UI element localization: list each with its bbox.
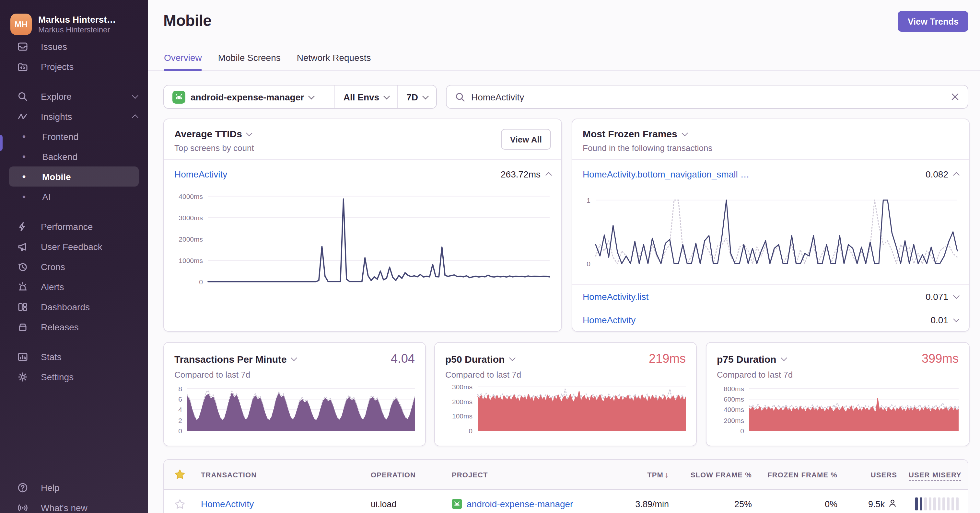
bullet-icon: • bbox=[18, 151, 30, 162]
column-header-operation[interactable]: OPERATION bbox=[365, 470, 446, 478]
settings-icon bbox=[17, 371, 29, 383]
frozen-frames-chart: 10 bbox=[572, 195, 969, 264]
clear-search-icon[interactable] bbox=[951, 93, 959, 101]
filter-bar: android-expense-manager All Envs 7D Home… bbox=[163, 85, 968, 109]
sidebar-item-stats[interactable]: Stats bbox=[0, 346, 148, 367]
user-name: Markus Hinterst… bbox=[38, 14, 116, 24]
column-header-slow-frame-[interactable]: SLOW FRAME % bbox=[675, 470, 758, 478]
sidebar-item-label: Settings bbox=[41, 372, 137, 382]
y-tick-label: 1000ms bbox=[178, 256, 203, 264]
card-subtitle: Found in the following transactions bbox=[583, 143, 959, 153]
chevron-down-icon[interactable] bbox=[509, 355, 515, 361]
date-range-filter[interactable]: 7D bbox=[398, 86, 436, 108]
chevron-down-icon bbox=[383, 93, 390, 99]
android-project-icon bbox=[172, 91, 185, 103]
sidebar-item-insights[interactable]: Insights bbox=[0, 106, 148, 126]
sidebar-item-issues[interactable]: Issues bbox=[0, 36, 148, 56]
page-title: Mobile bbox=[163, 12, 211, 30]
y-tick-label: 200ms bbox=[452, 398, 473, 405]
sidebar-item-label: Alerts bbox=[41, 281, 137, 292]
card-subtitle: Top screens by count bbox=[174, 143, 551, 153]
sidebar-item-user-feedback[interactable]: User Feedback bbox=[0, 237, 148, 256]
y-tick-label: 600ms bbox=[724, 395, 744, 403]
stats-icon bbox=[17, 351, 29, 362]
sort-desc-icon: ↓ bbox=[665, 470, 669, 479]
tab-mobile-screens[interactable]: Mobile Screens bbox=[218, 52, 281, 71]
card-title: p75 Duration bbox=[717, 353, 776, 364]
column-header-frozen-frame-[interactable]: FROZEN FRAME % bbox=[758, 470, 843, 478]
table-row: HomeActivity ui.load android-expense-man… bbox=[164, 490, 968, 513]
sidebar-item-ai[interactable]: • AI bbox=[0, 187, 148, 206]
search-input[interactable]: HomeActivity bbox=[446, 85, 968, 109]
main-content: Mobile View Trends OverviewMobile Screen… bbox=[148, 0, 980, 513]
sidebar-item-releases[interactable]: Releases bbox=[0, 317, 148, 337]
transaction-link[interactable]: HomeActivity.bottom_navigation_small … bbox=[583, 169, 749, 179]
y-tick-label: 0 bbox=[178, 427, 182, 435]
transaction-link[interactable]: HomeActivity bbox=[583, 314, 635, 325]
sidebar-item-crons[interactable]: Crons bbox=[0, 256, 148, 276]
sidebar-item-mobile[interactable]: • Mobile bbox=[9, 167, 139, 187]
tab-overview[interactable]: Overview bbox=[164, 52, 202, 71]
y-tick-label: 300ms bbox=[452, 383, 473, 391]
y-tick-label: 8 bbox=[178, 385, 182, 392]
misery-bar bbox=[915, 497, 918, 510]
chevron-down-icon[interactable] bbox=[681, 130, 688, 136]
sidebar-item-backend[interactable]: • Backend bbox=[0, 146, 148, 167]
accordion-row[interactable]: HomeActivity.bottom_navigation_small … 0… bbox=[572, 160, 969, 189]
insights-icon bbox=[17, 110, 29, 122]
accordion-row[interactable]: HomeActivity 263.72ms bbox=[164, 160, 561, 189]
column-header-users[interactable]: USERS bbox=[843, 470, 903, 478]
tab-network-requests[interactable]: Network Requests bbox=[297, 52, 371, 71]
chevron-down-icon[interactable] bbox=[291, 355, 298, 361]
chevron-down-icon[interactable] bbox=[953, 315, 959, 322]
column-header-project[interactable]: PROJECT bbox=[446, 470, 620, 478]
chevron-down-icon[interactable] bbox=[246, 130, 253, 136]
project-filter[interactable]: android-expense-manager bbox=[164, 86, 334, 108]
performance-icon bbox=[17, 221, 29, 232]
sidebar-item-dashboards[interactable]: Dashboards bbox=[0, 297, 148, 317]
favorite-star-icon[interactable] bbox=[164, 499, 195, 510]
transactions-per-minute-card: Transactions Per Minute 4.04 Compared to… bbox=[163, 342, 426, 446]
sidebar-item-frontend[interactable]: • Frontend bbox=[0, 126, 148, 146]
accordion-row[interactable]: HomeActivity 0.01 bbox=[572, 308, 969, 331]
transaction-link[interactable]: HomeActivity bbox=[201, 499, 254, 509]
card-subtitle: Compared to last 7d bbox=[435, 370, 696, 380]
org-switcher[interactable]: MH Markus Hinterst… Markus Hintersteiner bbox=[0, 0, 148, 40]
y-tick-label: 4000ms bbox=[178, 192, 203, 200]
sidebar-item-explore[interactable]: Explore bbox=[0, 86, 148, 106]
transaction-link[interactable]: HomeActivity bbox=[174, 169, 227, 179]
sidebar-item-performance[interactable]: Performance bbox=[0, 216, 148, 237]
users-cell: 9.5k bbox=[843, 499, 903, 510]
favorite-star-icon[interactable] bbox=[164, 469, 195, 480]
accordion-row[interactable]: HomeActivity.list 0.071 bbox=[572, 284, 969, 308]
bullet-icon: • bbox=[18, 171, 30, 182]
view-all-button[interactable]: View All bbox=[501, 129, 551, 149]
metric-value: 0.071 bbox=[926, 291, 948, 302]
sidebar-item-projects[interactable]: Projects bbox=[0, 56, 148, 76]
chevron-down-icon[interactable] bbox=[780, 355, 787, 361]
sidebar-item-what-s-new[interactable]: What's new bbox=[0, 497, 148, 513]
misery-bar bbox=[951, 497, 954, 510]
chevron-up-icon[interactable] bbox=[546, 172, 552, 178]
environment-filter[interactable]: All Envs bbox=[335, 86, 398, 108]
sidebar-item-settings[interactable]: Settings bbox=[0, 367, 148, 387]
project-link[interactable]: android-expense-manager bbox=[467, 499, 573, 509]
misery-bar bbox=[938, 497, 940, 510]
crons-icon bbox=[17, 261, 29, 272]
frozen-frame-cell: 0% bbox=[758, 499, 843, 509]
sidebar-item-alerts[interactable]: Alerts bbox=[0, 276, 148, 297]
chevron-up-icon[interactable] bbox=[953, 172, 959, 178]
transaction-link[interactable]: HomeActivity.list bbox=[583, 291, 649, 302]
view-trends-button[interactable]: View Trends bbox=[898, 11, 968, 32]
project-filter-value: android-expense-manager bbox=[191, 92, 304, 102]
user-misery-bars bbox=[903, 497, 968, 510]
chevron-down-icon[interactable] bbox=[953, 292, 959, 299]
column-header-tpm[interactable]: TPM↓ bbox=[620, 470, 675, 479]
card-title: Average TTIDs bbox=[174, 128, 242, 139]
sidebar-item-help[interactable]: Help bbox=[0, 477, 148, 497]
column-header-transaction[interactable]: TRANSACTION bbox=[195, 470, 365, 478]
sidebar-item-label: What's new bbox=[41, 502, 137, 513]
column-header-user-misery[interactable]: USER MISERY bbox=[903, 470, 968, 478]
sidebar-item-label: Stats bbox=[41, 351, 137, 362]
y-axis-labels: 300ms200ms100ms0 bbox=[445, 385, 473, 431]
